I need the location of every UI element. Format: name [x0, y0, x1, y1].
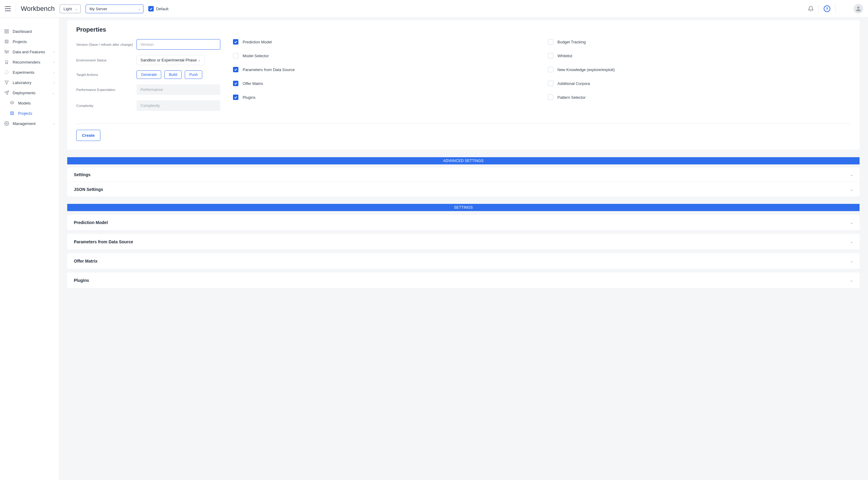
checkbox-row-pattern-selector: Pattern Selector	[548, 95, 851, 100]
sidebar-item-dashboard[interactable]: Dashboard	[0, 26, 59, 36]
complexity-label: Complexity	[76, 104, 136, 107]
models-icon	[10, 101, 14, 105]
checkbox-label: Plugins	[243, 95, 255, 100]
target-actions-label: Target Actions	[76, 73, 136, 76]
chevron-down-icon: ⌄	[198, 58, 201, 62]
checkbox[interactable]	[548, 53, 553, 59]
svg-rect-1	[5, 30, 6, 31]
checkbox[interactable]	[233, 67, 239, 72]
accordion-prediction-model[interactable]: Prediction Model⌄	[67, 215, 860, 230]
accordion-settings[interactable]: Settings⌄	[67, 167, 860, 182]
sidebar-item-experiments[interactable]: Experiments‹	[0, 67, 59, 77]
chevron-down-icon: ⌄	[850, 187, 853, 192]
sidebar-subitem-models[interactable]: Models	[0, 98, 59, 108]
sliders-icon	[4, 49, 9, 54]
checkbox[interactable]	[548, 95, 553, 100]
svg-rect-16	[10, 112, 14, 115]
checkbox-label: Whitelist	[558, 54, 572, 58]
accordion-title: Parameters from Data Source	[74, 239, 133, 244]
svg-marker-15	[5, 81, 8, 84]
performance-label: Performance Expectation	[76, 88, 136, 92]
complexity-input[interactable]	[136, 100, 220, 111]
chevron-left-icon: ‹	[54, 122, 55, 125]
sidebar-item-deployments[interactable]: Deployments⌄	[0, 88, 59, 98]
chevron-left-icon: ‹	[54, 81, 55, 84]
sidebar-item-laboratory[interactable]: Laboratory‹	[0, 77, 59, 88]
sidebar-item-label: Recommenders	[13, 60, 40, 64]
default-checkbox[interactable]	[148, 6, 154, 11]
spinner-icon	[4, 70, 9, 75]
chevron-down-icon: ⌄	[52, 91, 55, 95]
sidebar-item-recommenders[interactable]: Recommenders‹	[0, 57, 59, 67]
checkbox-row-model-selector: Model Selector	[233, 53, 536, 59]
sidebar-item-label: Data and Features	[13, 50, 45, 54]
version-input[interactable]	[136, 39, 220, 50]
checkbox[interactable]	[548, 81, 553, 86]
checkbox-row-offer-matrix: Offer Matrix	[233, 81, 536, 86]
svg-rect-4	[7, 32, 8, 33]
send-icon	[4, 90, 9, 95]
accordion-title: Settings	[74, 172, 90, 177]
bell-icon[interactable]	[808, 6, 814, 12]
build-button[interactable]: Build	[164, 70, 182, 79]
performance-input[interactable]	[136, 84, 220, 95]
filter-icon	[4, 80, 9, 85]
main-content: Properties Version (Save / refresh after…	[59, 18, 868, 480]
settings-bar: SETTINGS	[67, 204, 860, 211]
svg-point-0	[857, 7, 859, 9]
sidebar: DashboardProjectsData and Features‹Recom…	[0, 18, 59, 480]
svg-point-13	[5, 60, 8, 63]
sidebar-item-label: Projects	[18, 111, 32, 116]
create-button[interactable]: Create	[76, 130, 100, 141]
accordion-title: Prediction Model	[74, 220, 108, 225]
sidebar-item-label: Models	[18, 101, 31, 105]
checkbox[interactable]	[548, 67, 553, 72]
chevron-down-icon: ⌄	[850, 259, 853, 263]
sidebar-item-label: Management	[13, 122, 36, 126]
menu-toggle-icon[interactable]	[5, 6, 11, 11]
checkbox-label: Prediction Model	[243, 40, 272, 44]
projects-icon	[4, 39, 9, 44]
default-label: Default	[156, 7, 168, 11]
chevron-left-icon: ‹	[54, 50, 55, 54]
sidebar-item-label: Experiments	[13, 70, 34, 75]
checkbox[interactable]	[233, 95, 239, 100]
server-select[interactable]: My Server ⌄	[86, 4, 144, 13]
checkbox-row-plugins: Plugins	[233, 95, 536, 100]
sidebar-item-projects[interactable]: Projects	[0, 36, 59, 47]
svg-rect-6	[6, 41, 7, 42]
accordion-plugins[interactable]: Plugins⌄	[67, 273, 860, 288]
chevron-down-icon: ⌄	[850, 279, 853, 282]
accordion-title: Offer Matrix	[74, 259, 98, 264]
checkbox[interactable]	[548, 39, 553, 44]
user-avatar[interactable]	[854, 4, 863, 13]
projects-icon	[10, 111, 14, 116]
version-label: Version (Save / refresh after change)	[76, 43, 136, 46]
accordion-json-settings[interactable]: JSON Settings⌄	[67, 182, 860, 197]
checkbox-row-new-knowledge-explore-exploit-: New Knowledge (explore/exploit)	[548, 67, 851, 72]
accordion-offer-matrix[interactable]: Offer Matrix⌄	[67, 253, 860, 269]
env-status-value: Sandbox or Experimental Phase	[141, 58, 196, 62]
accordion-title: JSON Settings	[74, 187, 103, 192]
sidebar-item-management[interactable]: Management‹	[0, 118, 59, 129]
gear-icon	[4, 121, 9, 126]
help-icon[interactable]: ?	[824, 5, 830, 12]
sidebar-item-data-and-features[interactable]: Data and Features‹	[0, 47, 59, 57]
checkbox[interactable]	[233, 53, 239, 59]
checkbox-label: Parameters from Data Source	[243, 67, 295, 72]
env-status-select[interactable]: Sandbox or Experimental Phase ⌄	[136, 55, 205, 65]
checkbox[interactable]	[233, 81, 239, 86]
chevron-down-icon: ⌄	[850, 221, 853, 225]
accordion-parameters-from-data-source[interactable]: Parameters from Data Source⌄	[67, 234, 860, 250]
properties-title: Properties	[76, 26, 850, 33]
push-button[interactable]: Push	[185, 70, 203, 79]
sidebar-item-label: Projects	[13, 39, 27, 44]
app-title: Workbench	[21, 5, 55, 13]
top-bar: Workbench Light ⌄ My Server ⌄ Default ?	[0, 0, 868, 18]
chevron-left-icon: ‹	[54, 71, 55, 74]
generate-button[interactable]: Generate	[136, 70, 161, 79]
sidebar-subitem-projects[interactable]: Projects	[0, 108, 59, 118]
theme-select[interactable]: Light ⌄	[60, 4, 81, 13]
sidebar-item-label: Laboratory	[13, 80, 31, 85]
checkbox[interactable]	[233, 39, 239, 44]
